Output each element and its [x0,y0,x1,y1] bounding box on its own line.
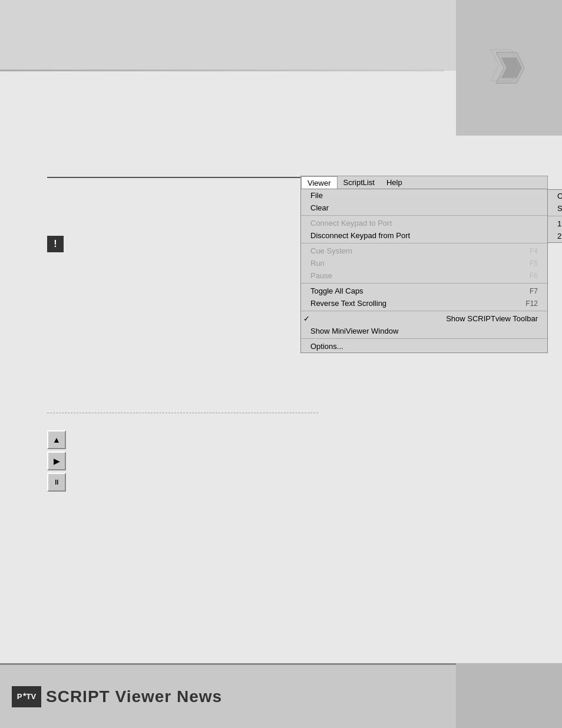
bottom-right-panel [456,663,562,728]
submenu-recent2[interactable]: 2 C:\.\SLOWTEST.RTF [548,230,562,242]
submenu-sep1 [548,216,562,216]
warning-icon: ! [47,236,64,252]
dropdown-toggle-caps[interactable]: Toggle All Caps F7 [301,285,547,297]
dropdown-pause-shortcut: F6 [530,272,538,280]
dropdown-sep3 [301,283,547,284]
dropdown-reverse[interactable]: Reverse Text Scrolling F12 [301,297,547,309]
footer-logo: P★TV SCRIPT Viewer News [12,686,222,707]
dropdown-sep2 [301,243,547,243]
menu-help[interactable]: Help [381,176,408,189]
footer-logo-text: P★TV [17,692,36,701]
dropdown-disconnect[interactable]: Disconnect Keypad from Port [301,229,547,242]
submenu-script-info[interactable]: Script Information Sht+F12 [548,202,562,215]
dropdown-show-mini-label: Show MiniViewer Window [310,327,398,335]
top-right-logo [456,0,562,136]
dropdown-show-toolbar[interactable]: Show SCRIPTview Toolbar [301,312,547,325]
dropdown-run-shortcut: F5 [530,259,538,268]
section-rule [47,177,312,178]
top-accent-line [0,70,444,71]
warning-symbol: ! [54,239,57,249]
menu-viewer-label: Viewer [308,179,331,187]
play-button[interactable]: ▶ [47,452,66,470]
submenu-open-label: Open... [557,192,562,200]
dropdown-run: Run F5 [301,257,547,269]
viewer-dropdown: File Open... Script Information Sht+F12 … [300,189,548,353]
dropdown-sep1 [301,215,547,216]
dropdown-reverse-label: Reverse Text Scrolling [310,299,386,308]
menu-help-label: Help [386,178,402,187]
dropdown-pause-label: Pause [310,271,332,280]
dropdown-pause: Pause F6 [301,269,547,282]
dropdown-toggle-caps-label: Toggle All Caps [310,286,363,295]
control-buttons: ▲ ▶ ⏸ [47,430,66,492]
dropdown-run-label: Run [310,259,325,268]
footer-logo-box: P★TV [12,686,41,707]
dropdown-file[interactable]: File Open... Script Information Sht+F12 … [301,189,547,202]
menu-container: Viewer ScriptList Help File Open... Scri… [300,176,548,353]
submenu-recent1[interactable]: 1 C:\.\DOCUMENT.RTF [548,218,562,230]
dropdown-options-label: Options... [310,342,343,351]
dropdown-cue: Cue System F4 [301,245,547,257]
dropdown-disconnect-label: Disconnect Keypad from Port [310,231,410,240]
dropdown-cue-label: Cue System [310,246,352,255]
pause-icon: ⏸ [53,478,60,486]
dropdown-connect-label: Connect Keypad to Port [310,219,392,228]
submenu-script-info-label: Script Information [557,204,562,213]
menu-scriptlist-label: ScriptList [343,178,375,187]
dropdown-show-mini[interactable]: Show MiniViewer Window [301,325,547,337]
submenu-recent1-label: 1 C:\.\DOCUMENT.RTF [557,219,562,228]
menu-viewer[interactable]: Viewer [301,176,338,189]
dropdown-reverse-shortcut: F12 [525,299,538,308]
file-submenu: Open... Script Information Sht+F12 1 C:\… [547,189,562,243]
menu-bar: Viewer ScriptList Help [300,176,548,189]
scroll-up-icon: ▲ [52,435,61,444]
chevron-logo-icon [488,47,530,88]
dropdown-sep5 [301,338,547,339]
dropdown-show-toolbar-label: Show SCRIPTview Toolbar [446,314,538,323]
pause-button[interactable]: ⏸ [47,473,66,492]
dotted-separator [47,413,318,413]
submenu-recent2-label: 2 C:\.\SLOWTEST.RTF [557,232,562,241]
submenu-open[interactable]: Open... [548,190,562,202]
scroll-up-button[interactable]: ▲ [47,430,66,449]
dropdown-file-label: File [310,191,323,200]
dropdown-sep4 [301,311,547,311]
dropdown-options[interactable]: Options... [301,340,547,353]
dropdown-clear-label: Clear [310,203,329,212]
dropdown-connect: Connect Keypad to Port [301,217,547,229]
menu-scriptlist[interactable]: ScriptList [338,176,381,189]
dropdown-clear[interactable]: Clear [301,202,547,214]
play-icon: ▶ [54,456,60,466]
dropdown-toggle-caps-shortcut: F7 [530,287,538,295]
dropdown-cue-shortcut: F4 [530,247,538,255]
footer-title: SCRIPT Viewer News [46,687,222,706]
